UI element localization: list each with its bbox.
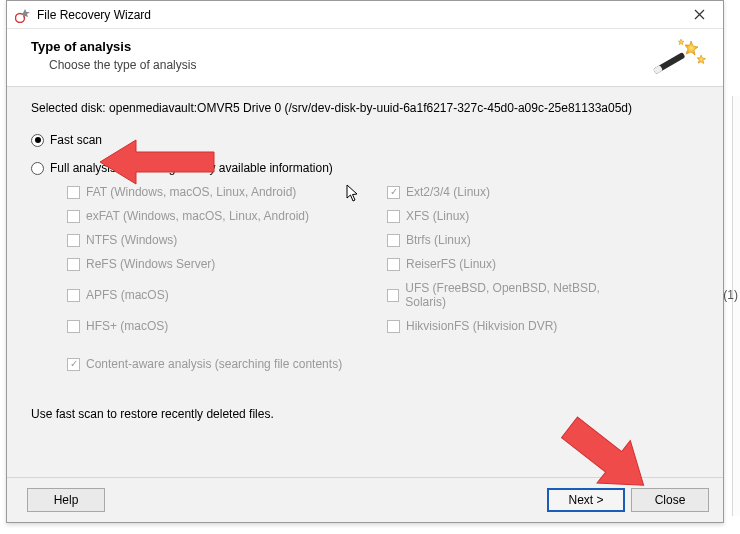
fast-scan-label: Fast scan [50, 133, 102, 147]
page-title: Type of analysis [31, 39, 705, 54]
fs-label: exFAT (Windows, macOS, Linux, Android) [86, 209, 309, 223]
fs-checkbox-reiserfs[interactable]: ReiserFS (Linux) [387, 257, 627, 271]
fs-label: HikvisionFS (Hikvision DVR) [406, 319, 557, 333]
dialog-content: Selected disk: openmediavault:OMVR5 Driv… [7, 87, 723, 477]
radio-icon [31, 162, 44, 175]
fs-checkbox-apfs[interactable]: APFS (macOS) [67, 281, 387, 309]
fast-scan-radio[interactable]: Fast scan [31, 133, 699, 147]
fs-checkbox-ext[interactable]: Ext2/3/4 (Linux) [387, 185, 627, 199]
filesystem-grid: FAT (Windows, macOS, Linux, Android) Ext… [67, 185, 699, 333]
fs-checkbox-ufs[interactable]: UFS (FreeBSD, OpenBSD, NetBSD, Solaris) [387, 281, 627, 309]
fs-label: ReFS (Windows Server) [86, 257, 215, 271]
fs-label: XFS (Linux) [406, 209, 469, 223]
fs-checkbox-ntfs[interactable]: NTFS (Windows) [67, 233, 387, 247]
dialog-footer: Help Next > Close [7, 477, 723, 522]
page-subtitle: Choose the type of analysis [49, 58, 705, 72]
app-icon [15, 7, 31, 23]
window-title: File Recovery Wizard [37, 8, 679, 22]
content-aware-checkbox[interactable]: Content-aware analysis (searching file c… [67, 357, 699, 371]
fs-checkbox-btrfs[interactable]: Btrfs (Linux) [387, 233, 627, 247]
fs-label: Ext2/3/4 (Linux) [406, 185, 490, 199]
help-button[interactable]: Help [27, 488, 105, 512]
fs-label: FAT (Windows, macOS, Linux, Android) [86, 185, 296, 199]
next-button[interactable]: Next > [547, 488, 625, 512]
background-count: (1) [723, 288, 740, 302]
fs-label: Btrfs (Linux) [406, 233, 471, 247]
selected-disk-label: Selected disk: openmediavault:OMVR5 Driv… [31, 101, 699, 115]
fs-label: APFS (macOS) [86, 288, 169, 302]
dialog-window: File Recovery Wizard Type of analysis Ch… [6, 0, 724, 523]
wizard-wand-icon [651, 35, 707, 91]
fs-checkbox-exfat[interactable]: exFAT (Windows, macOS, Linux, Android) [67, 209, 387, 223]
fs-label: UFS (FreeBSD, OpenBSD, NetBSD, Solaris) [405, 281, 627, 309]
radio-icon [31, 134, 44, 147]
fs-checkbox-xfs[interactable]: XFS (Linux) [387, 209, 627, 223]
window-close-button[interactable] [679, 2, 719, 28]
fs-label: NTFS (Windows) [86, 233, 177, 247]
fs-label: HFS+ (macOS) [86, 319, 168, 333]
hint-text: Use fast scan to restore recently delete… [31, 407, 699, 421]
fs-label: ReiserFS (Linux) [406, 257, 496, 271]
fs-checkbox-refs[interactable]: ReFS (Windows Server) [67, 257, 387, 271]
fs-checkbox-hfs[interactable]: HFS+ (macOS) [67, 319, 387, 333]
content-aware-label: Content-aware analysis (searching file c… [86, 357, 342, 371]
close-button[interactable]: Close [631, 488, 709, 512]
background-panel [732, 96, 740, 516]
full-analysis-label: Full analysis (searching for any availab… [50, 161, 333, 175]
fs-checkbox-fat[interactable]: FAT (Windows, macOS, Linux, Android) [67, 185, 387, 199]
full-analysis-radio[interactable]: Full analysis (searching for any availab… [31, 161, 699, 175]
dialog-header: Type of analysis Choose the type of anal… [7, 29, 723, 87]
titlebar: File Recovery Wizard [7, 1, 723, 29]
fs-checkbox-hikvision[interactable]: HikvisionFS (Hikvision DVR) [387, 319, 627, 333]
